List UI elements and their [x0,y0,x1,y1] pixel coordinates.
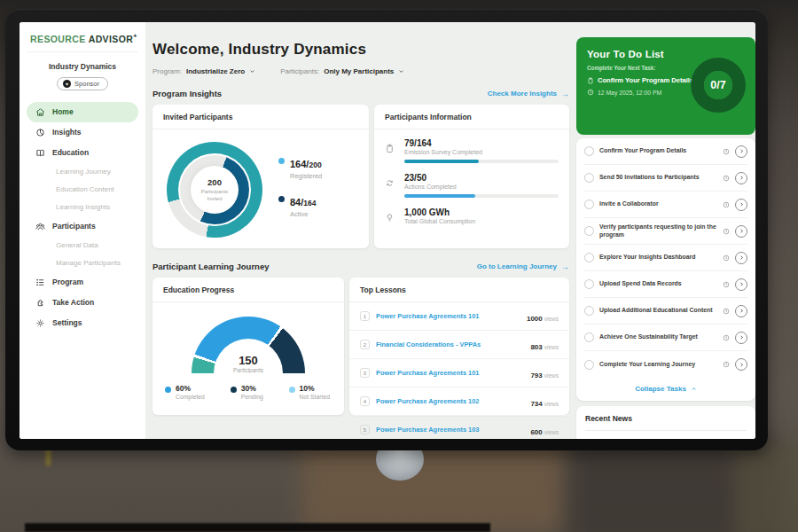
actions-completed-label: Actions Completed [404,184,559,190]
clipboard-icon [587,77,594,84]
sidebar-item-general-data[interactable]: General Data [27,237,138,254]
actions-progress-fill [404,194,475,198]
task-row[interactable]: Send 50 Invitations to Participants [584,165,747,192]
chevron-right-icon[interactable] [735,332,747,344]
chevron-right-icon[interactable] [735,305,747,317]
todo-tasks-card: Confirm Your Program Details Send 50 Inv… [576,138,755,401]
actions-progress-track [404,194,559,198]
sidebar-item-participants[interactable]: Participants [27,216,138,237]
chevron-down-icon [398,68,404,74]
invited-participants-title: Invited Participants [153,105,369,129]
sidebar-item-education[interactable]: Education [27,143,138,163]
lesson-link[interactable]: Power Purchase Agreements 101 [376,312,520,320]
lesson-views: 803 [530,343,542,351]
sponsor-badge[interactable]: ✦ Sponsor [57,77,108,90]
lesson-link[interactable]: Power Purchase Agreements 102 [376,397,524,405]
go-to-learning-journey-link[interactable]: Go to Learning Journey → [477,262,569,271]
sidebar-item-settings[interactable]: Settings [27,313,138,333]
task-checkbox[interactable] [584,360,594,370]
task-row[interactable]: Complete Your Learning Journey [584,351,747,378]
dashboard-screen: RESOURCE ADVISOR+ Industry Dynamics ✦ Sp… [20,22,755,439]
task-checkbox[interactable] [584,306,594,316]
chevron-right-icon[interactable] [735,252,747,264]
sidebar-nav: Home Insights Education Learning Journey… [27,102,138,333]
sidebar-item-label: Program [52,278,83,286]
program-insights-header: Program Insights Check More Insights → [153,89,569,98]
pending-percent: 30% [241,384,263,393]
sidebar-item-insights[interactable]: Insights [27,122,138,143]
chevron-right-icon[interactable] [735,145,747,158]
chevron-right-icon[interactable] [735,225,747,238]
photo-backdrop: RESOURCE ADVISOR+ Industry Dynamics ✦ Sp… [0,0,798,532]
sidebar-item-label: Settings [52,318,82,327]
task-checkbox[interactable] [584,332,594,342]
participants-filter[interactable]: Participants: Only My Participants [280,67,404,75]
active-label: Active [290,210,317,218]
task-label: Complete Your Learning Journey [599,361,717,369]
chevron-right-icon[interactable] [735,278,747,291]
participants-filter-label: Participants: [280,67,319,75]
divider [585,430,747,431]
sidebar-item-take-action[interactable]: Take Action [27,293,138,313]
task-checkbox[interactable] [584,226,594,236]
task-row[interactable]: Verify participants requesting to join t… [584,218,747,245]
actions-completed-row: 23/50 Actions Completed [385,173,559,198]
completed-legend-item: 60% Completed [165,384,205,400]
lesson-views: 1000 [527,315,543,323]
lesson-link[interactable]: Power Purchase Agreements 101 [376,369,524,377]
task-checkbox[interactable] [584,200,594,209]
sidebar-item-learning-journey[interactable]: Learning Journey [27,163,138,181]
sidebar-item-manage-participants[interactable]: Manage Participants [27,254,138,272]
chevron-right-icon[interactable] [735,199,747,211]
lesson-link[interactable]: Financial Considerations - VPPAs [376,340,524,348]
sidebar-item-program[interactable]: Program [27,272,138,293]
learning-journey-title: Participant Learning Journey [153,262,269,271]
registered-value: 164 [290,159,306,169]
task-row[interactable]: Achieve One Sustainability Target [584,325,747,351]
gauge-legend-dot [289,387,295,393]
lesson-row[interactable]: 4 Power Purchase Agreements 102 734views [349,387,569,416]
active-total: 164 [303,199,316,207]
emission-survey-row: 79/164 Emission Survey Completed [385,138,559,163]
sidebar: RESOURCE ADVISOR+ Industry Dynamics ✦ Sp… [20,22,145,439]
emission-survey-label: Emission Survey Completed [404,149,559,155]
participants-information-body: 79/164 Emission Survey Completed 23/50 A… [374,129,569,224]
task-row[interactable]: Invite a Collaborator [584,192,747,218]
views-label: views [544,372,559,379]
lesson-link[interactable]: Power Purchase Agreements 103 [376,426,524,434]
check-more-insights-link[interactable]: Check More Insights → [488,90,569,98]
task-row[interactable]: Explore Your Insights Dashboard [584,245,747,271]
sidebar-item-label: Take Action [52,298,94,307]
task-row[interactable]: Confirm Your Program Details [584,138,747,165]
collapse-tasks-label: Collapse Tasks [635,385,686,393]
task-checkbox[interactable] [584,279,594,289]
sidebar-item-education-content[interactable]: Education Content [27,181,138,199]
participants-icon [35,222,45,231]
invited-participants-card: Invited Participants 200 Participants In… [153,105,369,248]
home-icon [35,107,45,117]
lesson-row[interactable]: 3 Power Purchase Agreements 101 793views [349,359,569,387]
collapse-tasks-link[interactable]: Collapse Tasks [584,378,747,401]
sidebar-item-learning-insights[interactable]: Learning Insights [27,199,138,216]
task-checkbox[interactable] [584,146,594,156]
chevron-right-icon[interactable] [735,358,747,371]
actions-completed-value: 23/50 [404,173,559,183]
task-checkbox[interactable] [584,173,594,183]
task-row[interactable]: Upload Spend Data Records [584,271,747,298]
lesson-row[interactable]: 1 Power Purchase Agreements 101 1000view… [349,302,569,331]
donut-center-label: Participants Invited [195,189,234,201]
lesson-row[interactable]: 2 Financial Considerations - VPPAs 803vi… [349,331,569,359]
education-icon [35,148,45,158]
active-dot [278,196,285,202]
chevron-right-icon[interactable] [735,172,747,184]
sidebar-item-label: Education [52,148,89,157]
program-filter[interactable]: Program: Industrialize Zero [153,67,255,75]
clock-icon [723,334,730,341]
sidebar-item-home[interactable]: Home [27,102,138,122]
participants-information-title: Participants Information [374,105,569,129]
task-label: Achieve One Sustainability Target [599,333,717,341]
lesson-row[interactable]: 5 Power Purchase Agreements 103 600views [349,416,569,439]
task-checkbox[interactable] [584,253,594,262]
arrow-right-icon: → [560,262,569,271]
task-row[interactable]: Upload Additional Educational Content [584,298,747,325]
